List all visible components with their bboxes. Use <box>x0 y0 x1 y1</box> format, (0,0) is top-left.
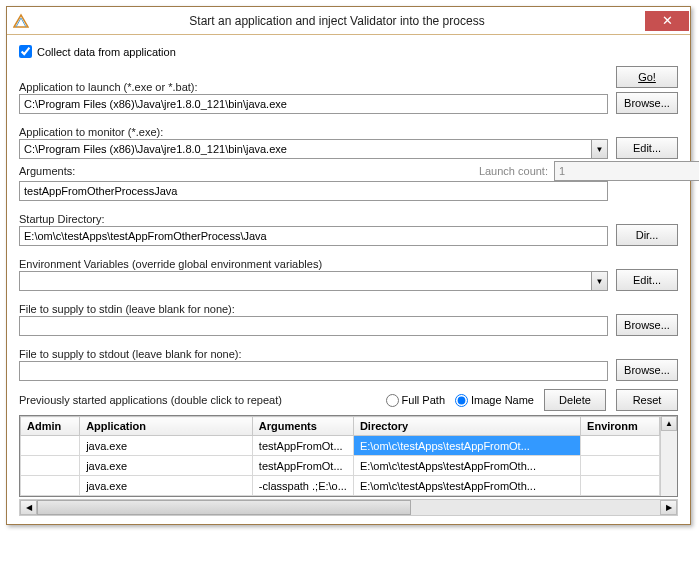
dir-button[interactable]: Dir... <box>616 224 678 246</box>
browse-launch-button[interactable]: Browse... <box>616 92 678 114</box>
cell-admin[interactable] <box>21 436 80 456</box>
close-button[interactable]: ✕ <box>645 11 689 31</box>
reset-button[interactable]: Reset <box>616 389 678 411</box>
col-application[interactable]: Application <box>80 417 253 436</box>
startup-dir-label: Startup Directory: <box>19 213 608 225</box>
app-monitor-input[interactable] <box>19 139 592 159</box>
edit-env-button[interactable]: Edit... <box>616 269 678 291</box>
table-header-row: Admin Application Arguments Directory En… <box>21 417 660 436</box>
delete-button[interactable]: Delete <box>544 389 606 411</box>
collect-data-label: Collect data from application <box>37 46 176 58</box>
col-admin[interactable]: Admin <box>21 417 80 436</box>
cell-dir[interactable]: E:\om\c\testApps\testAppFromOth... <box>353 456 580 476</box>
app-launch-label: Application to launch (*.exe or *.bat): <box>19 81 608 93</box>
table-row[interactable]: java.exe-classpath .;E:\o...E:\om\c\test… <box>21 476 660 496</box>
env-vars-input[interactable] <box>19 271 592 291</box>
col-environment[interactable]: Environm <box>581 417 660 436</box>
cell-env[interactable] <box>581 476 660 496</box>
cell-app[interactable]: java.exe <box>80 436 253 456</box>
launch-count-spinner[interactable]: ▲▼ <box>554 161 608 181</box>
dialog-window: Start an application and inject Validato… <box>6 6 691 525</box>
edit-monitor-button[interactable]: Edit... <box>616 137 678 159</box>
vertical-scrollbar[interactable]: ▲ <box>660 416 677 496</box>
cell-env[interactable] <box>581 436 660 456</box>
titlebar[interactable]: Start an application and inject Validato… <box>7 7 690 35</box>
launch-count-label: Launch count: <box>479 165 548 177</box>
horizontal-scrollbar[interactable]: ◀ ▶ <box>19 499 678 516</box>
hscroll-left[interactable]: ◀ <box>20 500 37 515</box>
arguments-label: Arguments: <box>19 165 479 177</box>
content-area: Collect data from application Applicatio… <box>7 35 690 524</box>
table-row[interactable]: java.exetestAppFromOt...E:\om\c\testApps… <box>21 436 660 456</box>
env-vars-label: Environment Variables (override global e… <box>19 258 608 270</box>
app-launch-input[interactable] <box>19 94 608 114</box>
app-icon <box>13 13 29 29</box>
go-button[interactable]: Go! <box>616 66 678 88</box>
hscroll-thumb[interactable] <box>37 500 411 515</box>
cell-dir[interactable]: E:\om\c\testApps\testAppFromOth... <box>353 476 580 496</box>
browse-stdin-button[interactable]: Browse... <box>616 314 678 336</box>
cell-app[interactable]: java.exe <box>80 476 253 496</box>
prev-apps-label: Previously started applications (double … <box>19 394 376 406</box>
cell-admin[interactable] <box>21 476 80 496</box>
app-monitor-dropdown[interactable]: ▼ <box>592 139 608 159</box>
cell-args[interactable]: -classpath .;E:\o... <box>252 476 353 496</box>
cell-args[interactable]: testAppFromOt... <box>252 456 353 476</box>
stdout-input[interactable] <box>19 361 608 381</box>
stdin-input[interactable] <box>19 316 608 336</box>
radio-full-path[interactable]: Full Path <box>386 394 445 407</box>
browse-stdout-button[interactable]: Browse... <box>616 359 678 381</box>
collect-data-checkbox[interactable] <box>19 45 32 58</box>
cell-admin[interactable] <box>21 456 80 476</box>
table-row[interactable]: java.exetestAppFromOt...E:\om\c\testApps… <box>21 456 660 476</box>
cell-args[interactable]: testAppFromOt... <box>252 436 353 456</box>
stdin-label: File to supply to stdin (leave blank for… <box>19 303 608 315</box>
collect-data-row: Collect data from application <box>19 45 678 58</box>
window-title: Start an application and inject Validato… <box>29 14 645 28</box>
hscroll-right[interactable]: ▶ <box>660 500 677 515</box>
env-vars-dropdown[interactable]: ▼ <box>592 271 608 291</box>
arguments-input[interactable] <box>19 181 608 201</box>
app-monitor-label: Application to monitor (*.exe): <box>19 126 608 138</box>
radio-image-name[interactable]: Image Name <box>455 394 534 407</box>
launch-count-value <box>554 161 699 181</box>
cell-dir[interactable]: E:\om\c\testApps\testAppFromOt... <box>353 436 580 456</box>
prev-apps-table: Admin Application Arguments Directory En… <box>19 415 678 497</box>
stdout-label: File to supply to stdout (leave blank fo… <box>19 348 608 360</box>
startup-dir-input[interactable] <box>19 226 608 246</box>
col-arguments[interactable]: Arguments <box>252 417 353 436</box>
col-directory[interactable]: Directory <box>353 417 580 436</box>
cell-app[interactable]: java.exe <box>80 456 253 476</box>
path-mode-radios: Full Path Image Name <box>386 394 534 407</box>
cell-env[interactable] <box>581 456 660 476</box>
